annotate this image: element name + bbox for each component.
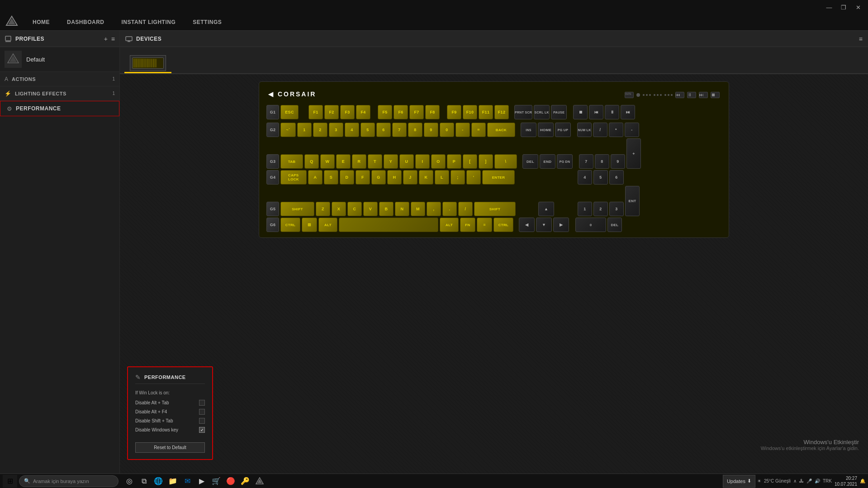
key-t[interactable]: T [368,154,382,169]
device-tab-keyboard[interactable] [124,53,171,73]
key-g6[interactable]: G6 [266,218,279,232]
key-num3[interactable]: 3 [609,202,624,216]
key-end[interactable]: END [540,154,555,169]
key-quote[interactable]: ' [466,170,481,185]
taskbar-app-corsair[interactable] [253,475,266,488]
key-1[interactable]: 1 [297,123,312,137]
key-2[interactable]: 2 [313,123,327,137]
key-num4[interactable]: 4 [578,170,592,185]
key-tab[interactable]: TAB [280,154,303,169]
key-numplus[interactable]: + [626,138,641,169]
key-del[interactable]: DEL [522,154,538,169]
key-lalt[interactable]: ALT [318,218,337,232]
key-num6[interactable]: 6 [609,170,624,185]
minimize-button[interactable]: — [823,3,835,12]
restore-button[interactable]: ❐ [837,3,850,12]
key-u[interactable]: U [399,154,414,169]
taskbar-chevron[interactable]: ∧ [793,479,797,483]
key-6[interactable]: 6 [376,123,391,137]
key-tilde[interactable]: ~` [280,123,296,137]
key-prntsrc[interactable]: PRNT SCR [514,105,532,119]
key-b[interactable]: B [379,202,394,216]
key-z[interactable]: Z [316,202,330,216]
nav-settings[interactable]: SETTINGS [185,14,230,31]
key-e[interactable]: E [336,154,351,169]
key-media-play-nm[interactable]: ⏸ [605,105,619,119]
key-5[interactable]: 5 [360,123,375,137]
key-lctrl[interactable]: CTRL [280,218,300,232]
taskbar-app-steam[interactable]: ▶ [195,475,208,488]
profile-default[interactable]: Default [0,47,119,72]
taskbar-app-edge[interactable]: 🌐 [152,475,165,488]
key-j[interactable]: J [403,170,417,185]
key-q[interactable]: Q [304,154,319,169]
key-left[interactable]: ◀ [519,218,535,232]
key-numdiv[interactable]: / [593,123,607,137]
panel-checkbox-alt-f4[interactable] [199,409,205,415]
key-g4[interactable]: G4 [266,170,279,185]
key-i[interactable]: I [415,154,430,169]
key-v[interactable]: V [363,202,378,216]
key-p[interactable]: P [447,154,461,169]
sidebar-cat-lighting[interactable]: ⚡ LIGHTING EFFECTS 1 [0,86,119,101]
key-num9[interactable]: 9 [611,154,625,169]
key-comma[interactable]: , [427,202,441,216]
panel-checkbox-win-key[interactable] [199,427,205,433]
key-g5[interactable]: G5 [266,202,279,216]
add-profile-button[interactable]: + [104,35,108,43]
key-h[interactable]: H [387,170,402,185]
key-g[interactable]: G [371,170,386,185]
taskbar-app-app2[interactable]: 🔑 [239,475,251,488]
media-play[interactable]: ⏸ [687,92,696,98]
key-ralt[interactable]: ALT [440,218,459,232]
key-3[interactable]: 3 [329,123,343,137]
key-f5[interactable]: F5 [378,105,392,119]
key-rshift[interactable]: SHIFT [474,202,516,216]
key-o[interactable]: O [431,154,446,169]
key-n[interactable]: N [395,202,409,216]
updates-button[interactable]: Updates ⬇ [723,475,755,488]
key-9[interactable]: 9 [424,123,438,137]
key-f2[interactable]: F2 [324,105,339,119]
key-y[interactable]: Y [384,154,398,169]
key-g1[interactable]: G1 [266,105,279,119]
panel-checkbox-shift-tab[interactable] [199,418,205,424]
media-next[interactable]: ⏭ [699,92,708,98]
key-num5[interactable]: 5 [593,170,608,185]
key-numlock[interactable]: NUM LK [577,123,592,137]
key-f4[interactable]: F4 [356,105,370,119]
taskbar-app-app1[interactable]: 🔴 [224,475,237,488]
notifications-icon[interactable]: 🔔 [860,479,865,483]
key-w[interactable]: W [320,154,335,169]
key-a[interactable]: A [308,170,323,185]
nav-dashboard[interactable]: DASHBOARD [59,14,113,31]
key-media-prev-nm[interactable]: ⏮ [589,105,603,119]
key-f[interactable]: F [356,170,370,185]
key-g2[interactable]: G2 [266,123,279,137]
key-pause[interactable]: PAUSE [551,105,567,119]
key-4[interactable]: 4 [345,123,359,137]
key-k[interactable]: K [419,170,433,185]
key-num2[interactable]: 2 [593,202,608,216]
key-scrlk[interactable]: SCRL LK [534,105,550,119]
nav-instant-lighting[interactable]: INSTANT LIGHTING [114,14,184,31]
sidebar-cat-actions[interactable]: A ACTIONS 1 [0,72,119,86]
key-minus[interactable]: - [455,123,470,137]
taskbar-app-store[interactable]: 🛒 [210,475,223,488]
key-g3[interactable]: G3 [266,154,279,169]
key-fn[interactable]: FN [460,218,475,232]
key-f11[interactable]: F11 [479,105,493,119]
taskbar-network-icon[interactable]: 🖧 [799,479,804,483]
media-stop[interactable]: ⏹ [711,92,720,98]
close-button[interactable]: ✕ [852,3,864,12]
key-7[interactable]: 7 [392,123,407,137]
taskbar-app-mail[interactable]: ✉ [181,475,194,488]
key-backspace[interactable]: BACK [487,123,515,137]
key-f1[interactable]: F1 [308,105,323,119]
taskbar-app-taskview[interactable]: ⧉ [138,475,150,488]
key-down[interactable]: ▼ [536,218,552,232]
key-numminus[interactable]: - [625,123,639,137]
taskbar-mic-icon[interactable]: 🎤 [806,479,812,483]
key-x[interactable]: X [332,202,346,216]
key-s[interactable]: S [324,170,338,185]
